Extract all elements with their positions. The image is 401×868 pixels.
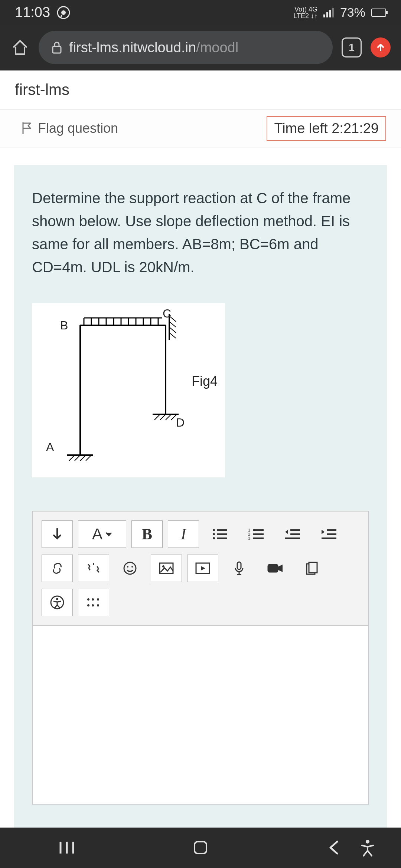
svg-rect-61 (268, 565, 278, 572)
svg-point-69 (87, 604, 89, 606)
whatsapp-icon (56, 5, 71, 20)
link-button[interactable] (42, 555, 73, 582)
svg-point-1 (61, 10, 66, 15)
address-bar[interactable]: first-lms.nitwcloud.in/moodl (39, 31, 333, 64)
svg-line-30 (169, 322, 176, 327)
android-nav-bar (0, 828, 401, 868)
svg-rect-40 (253, 529, 264, 531)
svg-line-31 (169, 327, 176, 333)
media-button[interactable] (187, 555, 218, 582)
clock-text: 11:03 (15, 4, 50, 20)
svg-text:3: 3 (248, 536, 250, 540)
more-icons-button[interactable] (78, 589, 109, 616)
lock-icon (51, 41, 62, 54)
bullet-list-button[interactable] (204, 520, 235, 548)
figure-label-B: B (60, 319, 68, 332)
svg-point-68 (97, 598, 99, 601)
accessibility-button[interactable] (42, 589, 73, 616)
toggle-toolbar-button[interactable] (42, 520, 73, 548)
svg-point-54 (124, 562, 136, 574)
site-name: first-lms (0, 70, 401, 109)
svg-rect-47 (285, 537, 300, 539)
update-button[interactable] (371, 37, 391, 57)
svg-point-58 (162, 565, 164, 568)
figure-caption: Fig4 (192, 374, 218, 389)
browser-toolbar: first-lms.nitwcloud.in/moodl 1 (0, 25, 401, 70)
question-text: Determine the support reaction at C of t… (32, 187, 369, 279)
svg-line-24 (154, 414, 160, 420)
svg-point-55 (127, 566, 128, 568)
network-label: Vo)) 4GLTE2 ↓↑ (293, 6, 317, 19)
unlink-button[interactable] (78, 555, 109, 582)
tabs-button[interactable]: 1 (342, 37, 362, 57)
svg-rect-49 (327, 533, 336, 535)
svg-point-65 (56, 598, 58, 600)
svg-rect-50 (322, 537, 336, 539)
svg-line-22 (86, 455, 91, 461)
svg-rect-75 (195, 842, 206, 854)
svg-rect-44 (253, 537, 264, 539)
svg-line-21 (80, 455, 86, 461)
svg-rect-36 (217, 533, 227, 535)
svg-line-20 (75, 455, 80, 461)
home-icon[interactable] (10, 38, 30, 57)
figure-label-D: D (176, 416, 185, 430)
battery-icon (371, 9, 386, 17)
numbered-list-button[interactable]: 123 (241, 520, 272, 548)
answer-editor: A B I 123 (32, 511, 369, 805)
figure-image: B C A D Fig4 (32, 303, 225, 477)
editor-toolbar: A B I 123 (33, 512, 368, 626)
flag-question-label: Flag question (38, 121, 118, 136)
svg-rect-63 (309, 562, 317, 573)
flag-question-button[interactable]: Flag question (22, 121, 118, 136)
emoji-button[interactable] (114, 555, 146, 582)
svg-line-26 (166, 414, 171, 420)
android-status-bar: 11:03 Vo)) 4GLTE2 ↓↑ 73% (0, 0, 401, 25)
url-text: first-lms.nitwcloud.in/moodl (69, 40, 238, 56)
svg-point-56 (131, 566, 133, 568)
battery-text: 73% (340, 5, 365, 20)
question-meta-bar: Flag question Time left 2:21:29 (0, 109, 401, 148)
record-video-button[interactable] (260, 555, 291, 582)
svg-line-32 (169, 333, 176, 338)
svg-rect-46 (290, 533, 300, 535)
svg-point-76 (366, 840, 369, 844)
svg-line-25 (160, 414, 166, 420)
figure-label-A: A (46, 440, 54, 454)
font-menu-button[interactable]: A (78, 520, 126, 548)
image-button[interactable] (151, 555, 182, 582)
svg-point-33 (213, 529, 215, 531)
recents-button[interactable] (45, 839, 89, 856)
outdent-button[interactable] (277, 520, 308, 548)
svg-point-71 (97, 604, 99, 606)
signal-icon (323, 8, 334, 17)
record-audio-button[interactable] (224, 555, 255, 582)
svg-point-37 (213, 537, 215, 539)
svg-line-19 (69, 455, 75, 461)
question-panel: Determine the support reaction at C of t… (14, 165, 387, 828)
time-left-box: Time left 2:21:29 (267, 116, 386, 141)
svg-point-35 (213, 533, 215, 535)
svg-line-52 (97, 570, 99, 572)
svg-rect-2 (53, 46, 61, 53)
svg-line-51 (88, 564, 90, 566)
indent-button[interactable] (313, 520, 345, 548)
svg-point-67 (92, 598, 94, 601)
svg-point-70 (92, 604, 94, 606)
svg-point-66 (87, 598, 89, 601)
svg-rect-38 (217, 537, 227, 539)
accessibility-shortcut-button[interactable] (345, 839, 390, 857)
manage-files-button[interactable] (296, 555, 327, 582)
svg-rect-45 (290, 529, 300, 531)
svg-rect-42 (253, 533, 264, 535)
figure-label-C: C (163, 307, 171, 320)
bold-button[interactable]: B (131, 520, 163, 548)
editor-content-area[interactable] (33, 626, 368, 804)
home-button[interactable] (178, 839, 223, 857)
svg-rect-34 (217, 529, 227, 531)
svg-rect-48 (327, 529, 336, 531)
italic-button[interactable]: I (168, 520, 199, 548)
svg-rect-60 (237, 562, 241, 569)
